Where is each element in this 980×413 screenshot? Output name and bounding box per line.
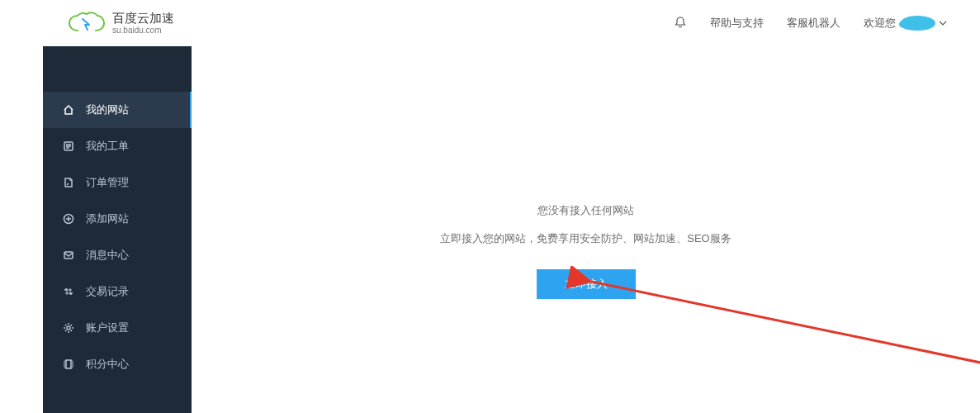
sidebar-item-points[interactable]: 积分中心: [43, 346, 192, 382]
user-masked: [899, 16, 935, 31]
order-icon: [63, 177, 74, 188]
sidebar-item-my-sites[interactable]: 我的网站: [43, 92, 192, 128]
svg-rect-2: [64, 252, 73, 259]
chevron-down-icon: [939, 21, 947, 26]
sidebar-item-account-settings[interactable]: 账户设置: [43, 310, 192, 346]
message-icon: [63, 249, 74, 261]
logo-icon: [66, 11, 106, 36]
header-nav: 帮助与支持 客服机器人 欢迎您: [674, 16, 947, 31]
sidebar-item-label: 订单管理: [86, 175, 129, 190]
logo-title: 百度云加速: [112, 12, 174, 26]
home-icon: [63, 104, 74, 116]
svg-line-4: [588, 281, 980, 365]
sidebar-item-label: 消息中心: [86, 248, 129, 263]
sidebar-item-label: 我的网站: [86, 102, 129, 117]
plus-circle-icon: [63, 213, 74, 225]
sidebar-item-transactions[interactable]: 交易记录: [43, 273, 192, 310]
logo-subtitle: su.baidu.com: [112, 26, 174, 35]
sidebar-item-add-site[interactable]: 添加网站: [43, 201, 192, 237]
sidebar-item-label: 账户设置: [86, 320, 129, 335]
sidebar-item-messages[interactable]: 消息中心: [43, 237, 192, 273]
connect-now-button[interactable]: 立即接入: [537, 269, 636, 299]
ticket-icon: [63, 140, 74, 152]
help-link[interactable]: 帮助与支持: [710, 16, 764, 31]
empty-state-title: 您没有接入任何网站: [537, 203, 634, 218]
settings-icon: [63, 322, 74, 334]
welcome-label: 欢迎您: [864, 16, 896, 31]
sidebar-item-label: 我的工单: [86, 139, 129, 154]
sidebar-item-label: 添加网站: [86, 211, 129, 226]
notifications-button[interactable]: [674, 16, 687, 31]
robot-link[interactable]: 客服机器人: [787, 16, 840, 31]
sidebar-item-label: 交易记录: [86, 284, 129, 299]
points-icon: [63, 358, 74, 370]
logo-texts: 百度云加速 su.baidu.com: [112, 12, 174, 35]
sidebar-item-label: 积分中心: [86, 357, 129, 372]
sidebar-item-my-tickets[interactable]: 我的工单: [43, 128, 192, 164]
sidebar-item-orders[interactable]: 订单管理: [43, 164, 192, 201]
header: 百度云加速 su.baidu.com 帮助与支持 客服机器人 欢迎您: [0, 0, 980, 46]
logo[interactable]: 百度云加速 su.baidu.com: [66, 11, 174, 36]
user-menu[interactable]: 欢迎您: [864, 16, 947, 31]
svg-point-3: [67, 326, 70, 330]
transaction-icon: [63, 286, 74, 297]
sidebar: 我的网站 我的工单 订单管理 添加网站 消息中心 交易记录 账户设置 积分中心: [43, 46, 192, 413]
main-content: 您没有接入任何网站 立即接入您的网站，免费享用安全防护、网站加速、SEO服务 立…: [192, 46, 980, 413]
bell-icon: [674, 16, 687, 29]
empty-state-description: 立即接入您的网站，免费享用安全防护、网站加速、SEO服务: [440, 231, 731, 246]
